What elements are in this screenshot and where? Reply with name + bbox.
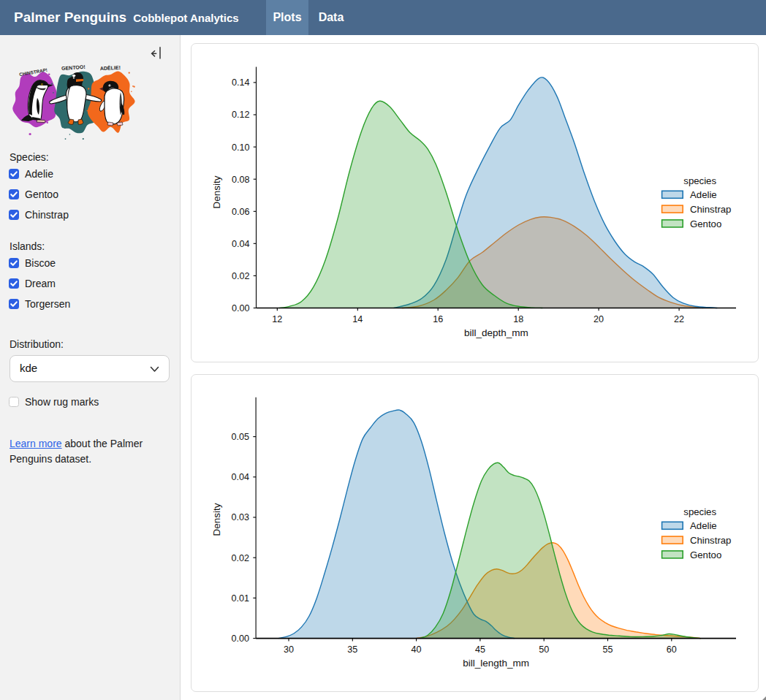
- svg-text:14: 14: [352, 314, 363, 324]
- svg-text:Density: Density: [211, 175, 222, 208]
- svg-text:20: 20: [594, 314, 604, 324]
- svg-text:0.02: 0.02: [232, 553, 250, 563]
- svg-text:bill_length_mm: bill_length_mm: [463, 658, 529, 669]
- svg-text:0.01: 0.01: [232, 593, 250, 604]
- svg-text:22: 22: [674, 314, 684, 324]
- svg-text:species: species: [683, 175, 716, 186]
- svg-text:0.03: 0.03: [232, 512, 250, 522]
- svg-text:GENTOO!: GENTOO!: [61, 64, 86, 71]
- svg-text:45: 45: [475, 644, 485, 655]
- svg-text:Chinstrap: Chinstrap: [690, 535, 731, 546]
- svg-text:0.04: 0.04: [232, 239, 250, 249]
- svg-text:0.02: 0.02: [232, 271, 250, 281]
- svg-text:0.12: 0.12: [232, 110, 250, 120]
- svg-text:Gentoo: Gentoo: [690, 549, 721, 560]
- svg-text:35: 35: [347, 644, 357, 655]
- svg-text:0.00: 0.00: [232, 303, 250, 313]
- svg-text:40: 40: [412, 644, 422, 655]
- svg-text:bill_depth_mm: bill_depth_mm: [464, 327, 528, 338]
- svg-text:Adelie: Adelie: [690, 520, 717, 531]
- svg-text:60: 60: [667, 644, 677, 655]
- svg-text:Chinstrap: Chinstrap: [690, 204, 731, 215]
- svg-text:0.00: 0.00: [232, 634, 250, 644]
- svg-text:0.05: 0.05: [232, 432, 250, 442]
- svg-text:Density: Density: [211, 503, 222, 536]
- svg-text:Gentoo: Gentoo: [690, 218, 721, 229]
- svg-text:18: 18: [513, 314, 523, 324]
- svg-text:12: 12: [272, 314, 282, 324]
- svg-text:0.08: 0.08: [232, 175, 250, 185]
- svg-text:species: species: [683, 506, 716, 517]
- svg-text:0.06: 0.06: [232, 207, 250, 217]
- svg-text:16: 16: [433, 314, 443, 324]
- svg-text:0.04: 0.04: [232, 472, 250, 482]
- svg-text:0.10: 0.10: [232, 142, 250, 153]
- svg-text:0.14: 0.14: [232, 77, 250, 88]
- svg-text:50: 50: [539, 644, 549, 655]
- svg-text:ADĒLIE!: ADĒLIE!: [100, 65, 121, 71]
- svg-text:Adelie: Adelie: [690, 189, 717, 200]
- svg-text:55: 55: [602, 644, 613, 655]
- svg-text:30: 30: [284, 644, 294, 655]
